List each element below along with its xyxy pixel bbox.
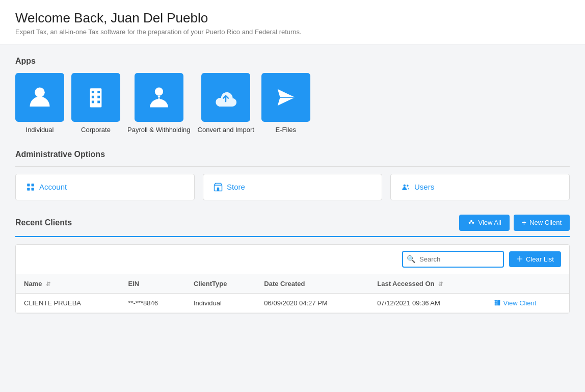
app-efiles-label: E-Files	[276, 126, 296, 135]
admin-users-label: Users	[414, 182, 434, 191]
view-client-icon	[494, 299, 501, 306]
col-date-created-label: Date Created	[264, 280, 305, 288]
app-corporate-label: Corporate	[81, 126, 111, 135]
send-icon	[273, 84, 299, 111]
payroll-icon	[146, 84, 172, 111]
welcome-subtitle: Expert Tax, an all-in-one Tax software f…	[15, 28, 570, 36]
users-icon	[401, 182, 410, 192]
col-client-type-label: ClientType	[194, 280, 227, 288]
svg-rect-10	[27, 184, 30, 186]
svg-rect-7	[97, 101, 100, 103]
svg-rect-6	[92, 101, 94, 103]
recent-clients-section: Recent Clients View All + New Client	[15, 215, 570, 313]
admin-store-label: Store	[227, 182, 245, 191]
apps-grid: Individual Co	[15, 73, 570, 135]
search-icon: 🔍	[407, 255, 415, 263]
svg-rect-23	[494, 300, 496, 302]
view-all-label: View All	[478, 219, 501, 226]
plus-icon: +	[522, 219, 526, 227]
table-body: CLIENTE PRUEBA **-***8846 Individual 06/…	[16, 293, 569, 312]
clear-icon	[516, 255, 523, 263]
app-corporate[interactable]: Corporate	[71, 73, 120, 135]
recent-clients-divider	[15, 236, 570, 237]
col-date-created: Date Created	[256, 274, 369, 294]
admin-options: Account Store Users	[15, 174, 570, 200]
app-corporate-icon[interactable]	[71, 73, 120, 122]
cell-date-created: 06/09/2020 04:27 PM	[256, 293, 369, 312]
view-all-icon	[467, 219, 475, 227]
clients-panel: 🔍 Clear List Name ⇵	[15, 244, 570, 313]
svg-point-0	[35, 88, 45, 98]
svg-rect-4	[92, 96, 94, 98]
app-efiles[interactable]: E-Files	[261, 73, 310, 135]
cell-ein: **-***8846	[120, 293, 185, 312]
svg-rect-24	[494, 302, 496, 304]
admin-section-title: Administrative Options	[15, 150, 570, 159]
app-individual-icon[interactable]	[15, 73, 64, 122]
col-last-accessed[interactable]: Last Accessed On ⇵	[369, 274, 485, 294]
new-client-label: New Client	[529, 219, 562, 226]
table-head: Name ⇵ EIN ClientType Date Created	[16, 274, 569, 294]
app-convert-icon[interactable]	[201, 73, 250, 122]
app-payroll-label: Payroll & Withholding	[127, 126, 191, 135]
header-bar: Welcome Back, Juan Del Pueblo Expert Tax…	[0, 0, 585, 44]
app-payroll-icon[interactable]	[135, 73, 183, 122]
sort-accessed-icon: ⇵	[438, 281, 443, 288]
view-client-link[interactable]: View Client	[494, 299, 561, 307]
admin-account-card[interactable]: Account	[15, 174, 195, 200]
col-ein: EIN	[120, 274, 185, 294]
svg-rect-2	[92, 91, 94, 93]
svg-point-18	[468, 222, 470, 224]
app-efiles-icon[interactable]	[261, 73, 310, 122]
clients-table: Name ⇵ EIN ClientType Date Created	[16, 274, 569, 313]
app-convert-label: Convert and Import	[198, 126, 254, 135]
svg-rect-5	[97, 96, 100, 98]
app-individual[interactable]: Individual	[15, 73, 64, 135]
svg-point-17	[407, 185, 409, 187]
admin-users-card[interactable]: Users	[390, 174, 570, 200]
person-icon	[26, 84, 53, 111]
apps-section-title: Apps	[15, 57, 570, 66]
svg-rect-12	[32, 184, 34, 186]
table-row: CLIENTE PRUEBA **-***8846 Individual 06/…	[16, 293, 569, 312]
new-client-button[interactable]: + New Client	[514, 215, 570, 231]
col-name[interactable]: Name ⇵	[16, 274, 120, 294]
col-name-label: Name	[24, 280, 42, 288]
col-action	[486, 274, 569, 294]
admin-section: Administrative Options Account Store	[15, 150, 570, 200]
svg-rect-11	[27, 188, 30, 190]
cloud-upload-icon	[212, 84, 239, 111]
search-box: 🔍	[402, 251, 504, 268]
svg-point-16	[404, 185, 406, 187]
apps-section: Apps Individual	[15, 57, 570, 135]
cell-client-type: Individual	[185, 293, 256, 312]
app-convert[interactable]: Convert and Import	[198, 73, 254, 135]
svg-rect-3	[97, 91, 100, 93]
clear-list-button[interactable]: Clear List	[509, 251, 561, 267]
app-individual-label: Individual	[26, 126, 54, 135]
store-icon	[214, 182, 223, 192]
admin-account-label: Account	[39, 182, 67, 191]
recent-clients-actions: View All + New Client	[459, 215, 570, 231]
recent-clients-header: Recent Clients View All + New Client	[15, 215, 570, 231]
svg-point-19	[472, 222, 474, 224]
clients-toolbar: 🔍 Clear List	[16, 245, 569, 274]
building-icon	[83, 84, 109, 111]
admin-divider	[15, 166, 570, 167]
cell-action[interactable]: View Client	[486, 293, 569, 312]
svg-rect-26	[497, 300, 500, 306]
svg-rect-22	[519, 256, 520, 262]
admin-store-card[interactable]: Store	[203, 174, 382, 200]
table-header-row: Name ⇵ EIN ClientType Date Created	[16, 274, 569, 294]
svg-rect-15	[217, 188, 220, 191]
view-all-button[interactable]: View All	[459, 215, 510, 231]
account-icon	[26, 182, 35, 192]
recent-clients-title: Recent Clients	[15, 218, 72, 227]
cell-name: CLIENTE PRUEBA	[16, 293, 120, 312]
svg-rect-13	[32, 188, 34, 190]
cell-last-accessed: 07/12/2021 09:36 AM	[369, 293, 485, 312]
svg-point-9	[155, 88, 163, 96]
app-payroll[interactable]: Payroll & Withholding	[127, 73, 191, 135]
search-input[interactable]	[402, 251, 504, 268]
col-last-accessed-label: Last Accessed On	[377, 280, 434, 288]
